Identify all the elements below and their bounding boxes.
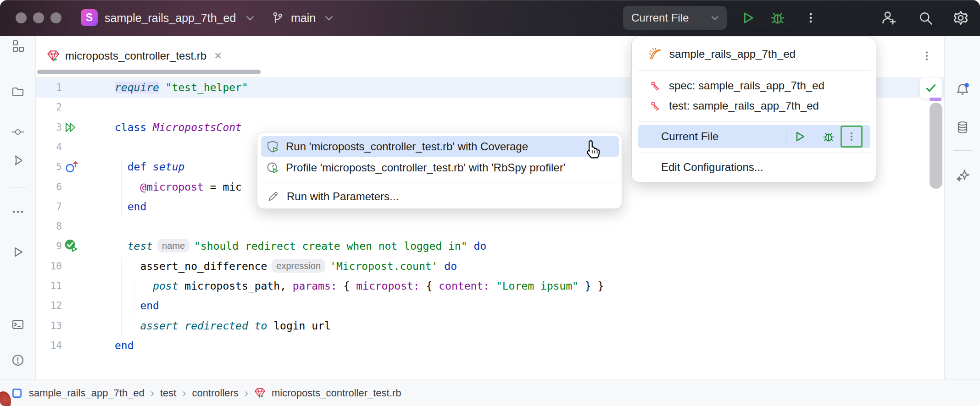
inspections-widget[interactable] — [919, 77, 942, 99]
run-all-gutter-icon[interactable] — [64, 120, 80, 136]
ide-window: S sample_rails_app_7th_ed main Current F… — [0, 0, 980, 406]
problems-icon[interactable] — [8, 350, 28, 370]
code-token: microposts_path, — [178, 280, 292, 292]
line-number: 3 — [36, 118, 62, 137]
run-config-dropdown: sample_rails_app_7th_ed spec: sample_rai… — [631, 37, 876, 182]
menu-item-label: Edit Configurations... — [661, 161, 763, 174]
code-line[interactable]: 9testname"should redirect create when no… — [36, 236, 944, 256]
run-config-selector[interactable]: Current File — [623, 6, 727, 30]
code-token: params: — [293, 280, 337, 292]
code-token: end — [140, 300, 159, 312]
run-icon[interactable] — [8, 242, 28, 262]
menu-item-run-with-coverage[interactable]: Run 'microposts_controller_test.rb' with… — [261, 136, 619, 157]
run-config-item-current-file[interactable]: Current File — [638, 125, 870, 148]
tab-close-icon[interactable]: ✕ — [214, 50, 222, 61]
code-text: @micropost = mic — [140, 177, 242, 197]
tab-label: microposts_controller_test.rb — [65, 49, 206, 62]
menu-item-label: Current File — [661, 130, 718, 143]
code-token: content: — [439, 280, 490, 292]
breadcrumb-controllers[interactable]: controllers — [192, 387, 238, 399]
database-icon[interactable] — [952, 117, 973, 137]
code-text: end — [140, 296, 159, 316]
project-name[interactable]: sample_rails_app_7th_ed — [105, 0, 236, 36]
search-icon[interactable] — [918, 10, 933, 26]
override-gutter-icon[interactable] — [64, 159, 80, 175]
test-passed-gutter-icon[interactable] — [64, 239, 80, 254]
run-config-item-rails[interactable]: sample_rails_app_7th_ed — [638, 44, 870, 65]
tab-options-kebab-icon[interactable] — [920, 49, 933, 62]
code-token: post — [153, 280, 178, 292]
traffic-light-close[interactable] — [16, 12, 27, 23]
ruby-file-icon — [47, 49, 60, 62]
code-line[interactable]: 14end — [36, 336, 944, 356]
code-token — [468, 240, 474, 252]
structure-icon[interactable] — [8, 36, 28, 56]
line-number: 7 — [36, 197, 62, 217]
breadcrumb-file[interactable]: microposts_controller_test.rb — [272, 387, 401, 399]
code-text: post microposts_path, params: { micropos… — [153, 276, 604, 296]
code-text: end — [115, 336, 134, 356]
menu-item-profile[interactable]: Profile 'microposts_controller_test.rb' … — [261, 157, 619, 178]
pull-requests-icon[interactable] — [8, 150, 28, 170]
line-number: 10 — [36, 257, 62, 276]
breadcrumb-project[interactable]: sample_rails_app_7th_ed — [29, 387, 145, 399]
run-config-item-test[interactable]: test: sample_rails_app_7th_ed — [638, 96, 870, 116]
more-icon[interactable] — [8, 202, 28, 222]
code-line[interactable]: 10assert_no_differenceexpression'Micropo… — [36, 257, 944, 276]
run-button[interactable] — [740, 10, 755, 26]
traffic-light-zoom[interactable] — [50, 12, 61, 23]
line-number: 13 — [36, 316, 62, 336]
code-token: "should redirect create when not logged … — [194, 240, 467, 252]
coverage-shield-icon — [266, 140, 279, 154]
more-actions-kebab-icon[interactable] — [804, 11, 818, 25]
breadcrumb-test[interactable]: test — [160, 387, 176, 399]
code-text: testname"should redirect create when not… — [128, 236, 486, 256]
project-folder-icon[interactable] — [8, 82, 28, 102]
line-number: 11 — [36, 276, 62, 296]
code-token: assert_no_difference — [140, 260, 267, 272]
code-token — [146, 121, 153, 133]
code-text: assert_no_differenceexpression'Micropost… — [140, 257, 457, 276]
code-line[interactable]: 12end — [36, 296, 944, 316]
code-token: require — [115, 82, 159, 93]
run-config-item-spec[interactable]: spec: sample_rails_app_7th_ed — [638, 76, 870, 96]
breadcrumb-separator: › — [150, 387, 154, 400]
code-with-me-add-user-icon[interactable] — [881, 10, 896, 26]
code-line[interactable]: 8 — [36, 217, 944, 236]
menu-divider — [257, 182, 623, 182]
terminal-icon[interactable] — [8, 314, 28, 335]
notifications-icon[interactable] — [952, 79, 973, 99]
breadcrumb-bar: sample_rails_app_7th_ed › test › control… — [0, 379, 980, 406]
test-framework-icon — [649, 80, 662, 92]
branch-name[interactable]: main — [291, 0, 316, 36]
debug-button[interactable] — [770, 10, 785, 26]
code-token: = mic — [204, 181, 242, 193]
code-token: "Lorem ipsum" — [496, 280, 579, 292]
code-line[interactable]: 13assert_redirected_to login_url — [36, 316, 944, 336]
debug-button[interactable] — [822, 130, 835, 143]
code-token: assert_redirected_to — [140, 320, 267, 332]
no-problems-check-icon — [925, 82, 937, 93]
menu-item-run-with-parameters[interactable]: Run with Parameters... — [261, 187, 619, 207]
commit-icon[interactable] — [8, 122, 28, 142]
traffic-light-minimize[interactable] — [33, 12, 44, 23]
code-line[interactable]: 11post microposts_path, params: { microp… — [36, 276, 944, 296]
ai-assistant-icon[interactable] — [952, 165, 973, 185]
code-token: end — [128, 201, 147, 213]
menu-item-label: spec: sample_rails_app_7th_ed — [669, 79, 824, 92]
tool-window-stripe-left — [0, 36, 36, 379]
menu-divider — [638, 121, 870, 122]
editor-scrollbar[interactable] — [930, 103, 942, 189]
profiler-icon — [266, 161, 279, 175]
code-token: setup — [153, 161, 184, 173]
run-button[interactable] — [792, 130, 806, 143]
ruby-file-icon — [254, 387, 266, 399]
inlay-hint: name — [157, 239, 189, 252]
line-number: 14 — [36, 336, 62, 356]
stripe-divider — [9, 187, 27, 187]
line-number: 2 — [36, 98, 62, 117]
run-config-item-edit-configurations[interactable]: Edit Configurations... — [638, 157, 870, 177]
code-text: assert_redirected_to login_url — [140, 316, 330, 336]
more-run-actions-button[interactable] — [841, 126, 863, 148]
settings-gear-icon[interactable] — [952, 10, 969, 26]
